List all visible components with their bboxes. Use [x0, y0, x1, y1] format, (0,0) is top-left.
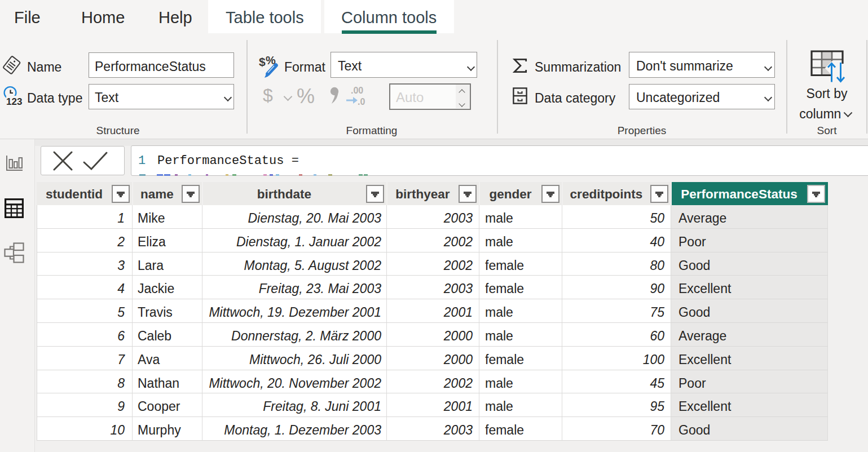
svg-text:$: $: [259, 55, 266, 68]
svg-text:123: 123: [6, 96, 22, 107]
svg-text:.00: .00: [351, 86, 363, 95]
svg-text:.0: .0: [358, 97, 365, 107]
